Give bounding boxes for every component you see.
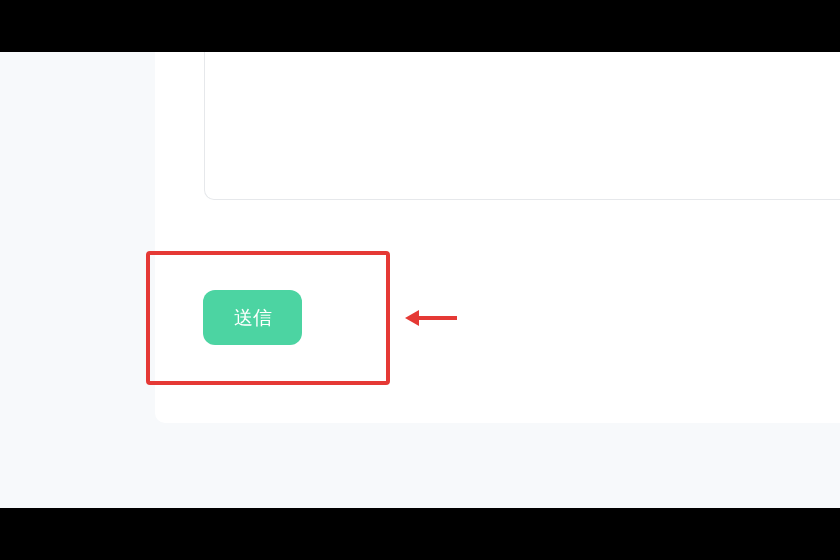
arrow-left-icon xyxy=(405,307,457,329)
letterbox-top xyxy=(0,0,840,52)
letterbox-bottom xyxy=(0,508,840,560)
submit-button[interactable]: 送信 xyxy=(203,290,302,345)
textarea-field[interactable] xyxy=(204,52,840,200)
submit-button-label: 送信 xyxy=(234,305,272,331)
svg-marker-1 xyxy=(405,310,419,326)
sidebar-area xyxy=(0,52,155,508)
